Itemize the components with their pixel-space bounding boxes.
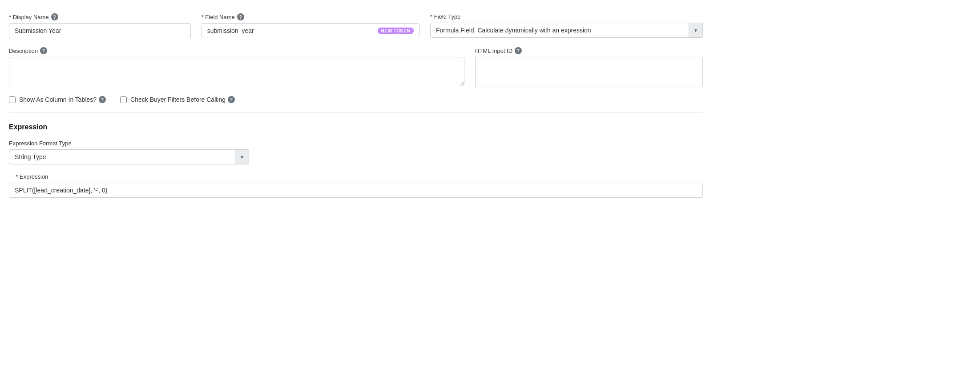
display-name-input[interactable] bbox=[9, 23, 191, 38]
description-help-icon[interactable]: ? bbox=[40, 47, 47, 54]
expression-dots-icon: ... bbox=[9, 174, 14, 179]
html-input-id-label: HTML Input ID ? bbox=[475, 47, 703, 54]
field-name-label: * Field Name ? bbox=[202, 13, 419, 20]
html-input-id-input[interactable] bbox=[475, 57, 703, 87]
field-name-group: * Field Name ? NEW TOKEN bbox=[202, 13, 419, 38]
check-buyer-filters-checkbox[interactable] bbox=[120, 96, 127, 103]
description-group: Description ? bbox=[9, 47, 464, 86]
check-buyer-filters-help-icon[interactable]: ? bbox=[228, 96, 235, 103]
expression-format-label: Expression Format Type bbox=[9, 140, 703, 147]
description-textarea[interactable] bbox=[9, 57, 464, 86]
description-row: Description ? HTML Input ID ? bbox=[9, 47, 703, 87]
display-name-group: * Display Name ? bbox=[9, 13, 191, 38]
expression-format-select[interactable]: String TypeNumber TypeDate Type bbox=[9, 149, 249, 164]
expression-label: ... * Expression bbox=[9, 173, 703, 180]
check-buyer-filters-label[interactable]: Check Buyer Filters Before Calling ? bbox=[130, 96, 235, 103]
checkboxes-row: Show As Column In Tables? ? Check Buyer … bbox=[9, 96, 703, 103]
form-section: * Display Name ? * Field Name ? NEW TOKE… bbox=[9, 13, 703, 198]
expression-section-title: Expression bbox=[9, 123, 703, 131]
expression-input[interactable] bbox=[9, 183, 703, 198]
field-name-input-wrapper: NEW TOKEN bbox=[202, 23, 419, 38]
expression-input-group: ... * Expression bbox=[9, 173, 703, 198]
field-type-select[interactable]: Formula Field. Calculate dynamically wit… bbox=[430, 23, 703, 38]
field-name-input[interactable] bbox=[207, 26, 374, 35]
show-as-column-label[interactable]: Show As Column In Tables? ? bbox=[19, 96, 106, 103]
field-type-label: * Field Type bbox=[430, 13, 703, 20]
show-as-column-help-icon[interactable]: ? bbox=[99, 96, 106, 103]
html-input-id-group: HTML Input ID ? bbox=[475, 47, 703, 87]
description-label: Description ? bbox=[9, 47, 464, 54]
new-token-badge: NEW TOKEN bbox=[378, 28, 414, 34]
check-buyer-filters-item: Check Buyer Filters Before Calling ? bbox=[120, 96, 235, 103]
show-as-column-checkbox[interactable] bbox=[9, 96, 16, 103]
field-type-group: * Field Type Formula Field. Calculate dy… bbox=[430, 13, 703, 38]
field-type-select-wrapper: Formula Field. Calculate dynamically wit… bbox=[430, 23, 703, 38]
show-as-column-item: Show As Column In Tables? ? bbox=[9, 96, 106, 103]
expression-format-group: Expression Format Type String TypeNumber… bbox=[9, 140, 703, 164]
section-divider bbox=[9, 112, 703, 112]
expression-format-select-wrapper: String TypeNumber TypeDate Type bbox=[9, 149, 249, 164]
display-name-help-icon[interactable]: ? bbox=[51, 13, 58, 20]
display-name-label: * Display Name ? bbox=[9, 13, 191, 20]
html-input-id-help-icon[interactable]: ? bbox=[515, 47, 522, 54]
top-form-row: * Display Name ? * Field Name ? NEW TOKE… bbox=[9, 13, 703, 38]
field-name-help-icon[interactable]: ? bbox=[237, 13, 244, 20]
